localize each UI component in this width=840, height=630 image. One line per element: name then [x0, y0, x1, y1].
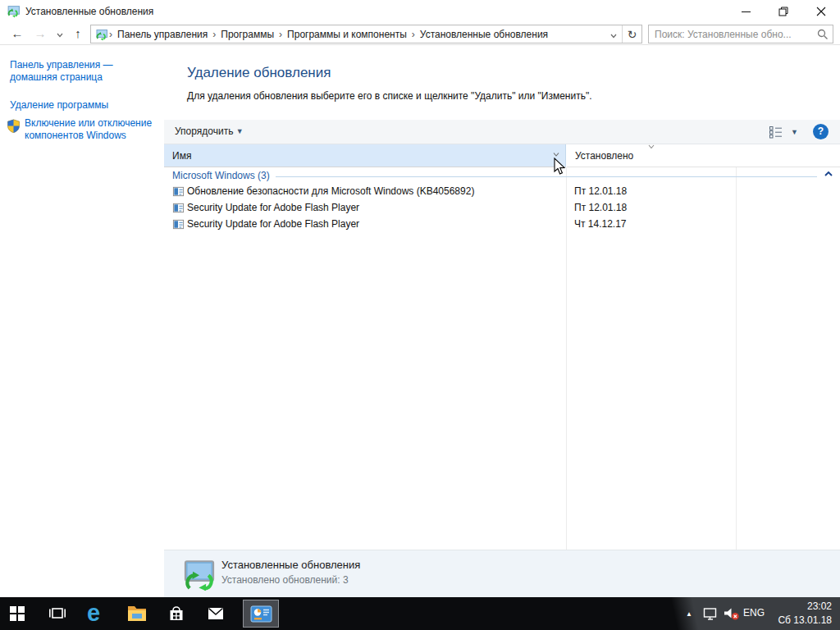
chevron-up-icon: ▲	[686, 610, 692, 618]
organize-label: Упорядочить	[175, 126, 233, 137]
update-item-icon	[172, 218, 185, 231]
update-installed-date: Пт 12.01.18	[574, 202, 627, 213]
edge-icon: e	[87, 600, 100, 625]
command-toolbar: Упорядочить ▼ ▼ ?	[164, 120, 840, 144]
chevron-down-icon	[57, 33, 63, 38]
sidebar: Панель управления — домашняя страница Уд…	[0, 45, 164, 597]
column-header-name[interactable]: Имя	[164, 144, 566, 167]
details-view-icon[interactable]	[769, 126, 783, 139]
details-pane: Установленные обновления Установлено обн…	[164, 550, 840, 597]
edge-taskbar-button[interactable]: e	[87, 600, 100, 625]
chevron-down-icon: ▼	[236, 127, 244, 135]
network-icon	[702, 606, 719, 621]
desktop-screen: Установленные обновления ← → ↑	[0, 0, 840, 630]
uac-shield-icon	[7, 119, 21, 133]
sidebar-item-uninstall-program[interactable]: Удаление программы	[10, 99, 154, 112]
task-view-icon	[48, 605, 67, 623]
forward-button[interactable]: →	[31, 25, 49, 43]
window-controls	[727, 0, 840, 23]
update-installed-date: Пт 12.01.18	[574, 185, 627, 197]
refresh-icon: ↻	[628, 28, 637, 41]
group-collapse-icon[interactable]	[824, 171, 833, 177]
instruction-text: Для удаления обновления выберите его в с…	[187, 90, 592, 102]
help-button[interactable]: ?	[813, 124, 829, 139]
update-row[interactable]: Security Update for Adobe Flash Player Ч…	[164, 216, 733, 232]
mail-taskbar-button[interactable]	[206, 605, 226, 623]
clock-time: 23:02	[778, 600, 832, 614]
navigation-bar: ← → ↑ › Панель управления › Программы › …	[0, 23, 840, 45]
language-indicator[interactable]: ENG	[743, 607, 765, 619]
column-header-empty	[736, 144, 840, 167]
main-pane: Удаление обновления Для удаления обновле…	[164, 45, 840, 597]
breadcrumb-programs-features[interactable]: Программы и компоненты	[283, 29, 411, 40]
back-button[interactable]: ←	[8, 25, 26, 43]
details-title: Установленные обновления	[221, 559, 360, 571]
group-label: Microsoft Windows (3)	[172, 170, 270, 181]
volume-muted-icon	[723, 607, 740, 621]
minimize-icon	[742, 7, 751, 16]
chevron-down-icon	[610, 34, 617, 39]
clock-date: Сб 13.01.18	[778, 614, 832, 628]
language-label: ENG	[743, 607, 765, 619]
organize-button[interactable]: Упорядочить ▼	[175, 126, 244, 137]
column-label-name: Имя	[172, 150, 191, 162]
column-header-installed[interactable]: Установлено	[567, 144, 736, 167]
update-name: Security Update for Adobe Flash Player	[187, 202, 359, 213]
update-name: Security Update for Adobe Flash Player	[187, 218, 359, 230]
search-input[interactable]	[649, 25, 813, 43]
breadcrumb-location-icon	[95, 28, 108, 41]
file-explorer-taskbar-button[interactable]	[126, 604, 148, 622]
update-installed-date: Чт 14.12.17	[574, 218, 627, 230]
recent-pages-button[interactable]	[51, 25, 69, 43]
search-box	[648, 25, 833, 43]
close-button[interactable]	[802, 0, 840, 23]
file-explorer-icon	[126, 604, 148, 622]
update-item-icon	[172, 185, 185, 198]
task-view-button[interactable]	[48, 605, 67, 623]
store-icon	[167, 604, 186, 623]
update-row[interactable]: Обновление безопасности для Microsoft Wi…	[164, 183, 733, 199]
details-subtitle: Установлено обновлений: 3	[221, 574, 349, 586]
window-title: Установленные обновления	[25, 6, 153, 17]
titlebar: Установленные обновления	[0, 0, 840, 23]
column-label-installed: Установлено	[575, 150, 633, 162]
tray-show-hidden-button[interactable]: ▲	[686, 610, 692, 618]
clock[interactable]: 23:02 Сб 13.01.18	[778, 600, 832, 628]
installed-updates-icon	[7, 4, 21, 18]
network-tray-button[interactable]	[702, 606, 719, 621]
volume-tray-button[interactable]	[723, 607, 740, 621]
breadcrumb-programs[interactable]: Программы	[217, 29, 278, 40]
group-divider-line	[276, 176, 817, 177]
page-title: Удаление обновления	[187, 65, 331, 81]
sidebar-item-windows-features[interactable]: Включение или отключение компонентов Win…	[25, 117, 158, 142]
column-separator[interactable]	[736, 167, 737, 550]
taskbar: e	[0, 597, 840, 630]
breadcrumb-control-panel[interactable]: Панель управления	[113, 29, 212, 40]
installed-updates-taskbar-button[interactable]	[243, 600, 279, 628]
start-button[interactable]	[10, 606, 25, 621]
minimize-button[interactable]	[727, 0, 765, 23]
column-filter-chevron-icon[interactable]	[552, 152, 560, 158]
mail-icon	[206, 605, 226, 623]
installed-updates-large-icon	[182, 557, 217, 591]
breadcrumb-installed-updates[interactable]: Установленные обновления	[416, 29, 552, 40]
control-panel-icon	[250, 605, 272, 623]
search-icon[interactable]	[817, 29, 829, 40]
group-header-microsoft-windows[interactable]: Microsoft Windows (3)	[164, 168, 840, 184]
sort-descending-icon	[647, 144, 655, 149]
view-options-dropdown[interactable]: ▼	[791, 128, 798, 136]
windows-logo-icon	[10, 606, 25, 621]
restore-icon	[778, 7, 788, 16]
restore-button[interactable]	[765, 0, 802, 23]
update-row[interactable]: Security Update for Adobe Flash Player П…	[164, 199, 733, 216]
close-icon	[816, 7, 826, 16]
refresh-button[interactable]: ↻	[622, 25, 641, 43]
address-bar-right: ↻	[605, 25, 641, 43]
update-item-icon	[172, 202, 185, 214]
update-name: Обновление безопасности для Microsoft Wi…	[187, 185, 474, 197]
address-dropdown-button[interactable]	[605, 27, 622, 42]
sidebar-item-control-panel-home[interactable]: Панель управления — домашняя страница	[10, 59, 154, 84]
address-bar[interactable]: › Панель управления › Программы › Програ…	[90, 25, 642, 43]
store-taskbar-button[interactable]	[167, 604, 186, 623]
up-button[interactable]: ↑	[69, 25, 87, 43]
